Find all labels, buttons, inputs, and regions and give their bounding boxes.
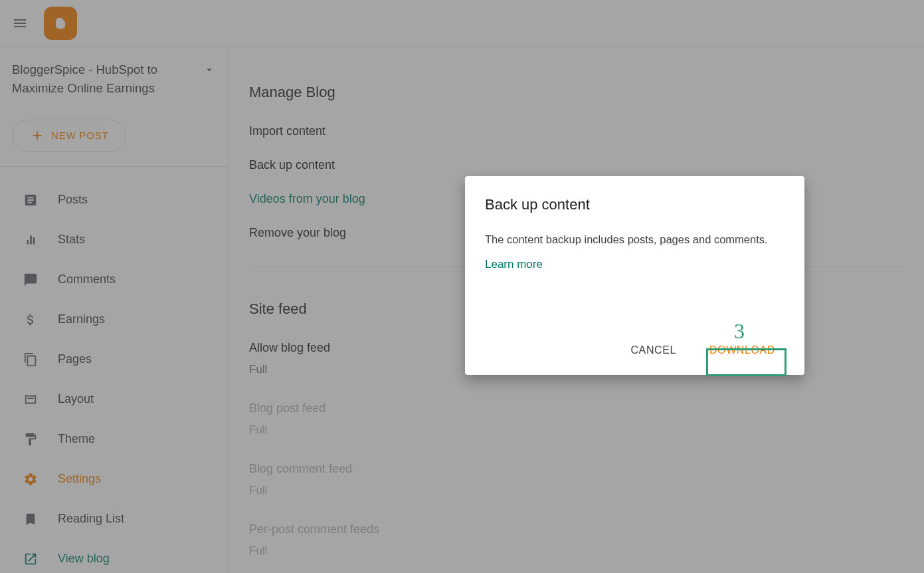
backup-dialog: Back up content The content backup inclu… bbox=[465, 176, 804, 375]
dialog-actions: CANCEL DOWNLOAD bbox=[485, 338, 785, 363]
dialog-title: Back up content bbox=[485, 196, 785, 213]
learn-more-link[interactable]: Learn more bbox=[485, 258, 543, 271]
cancel-button[interactable]: CANCEL bbox=[621, 338, 686, 363]
dialog-text: The content backup includes posts, pages… bbox=[485, 233, 785, 246]
download-button[interactable]: DOWNLOAD bbox=[700, 338, 785, 363]
